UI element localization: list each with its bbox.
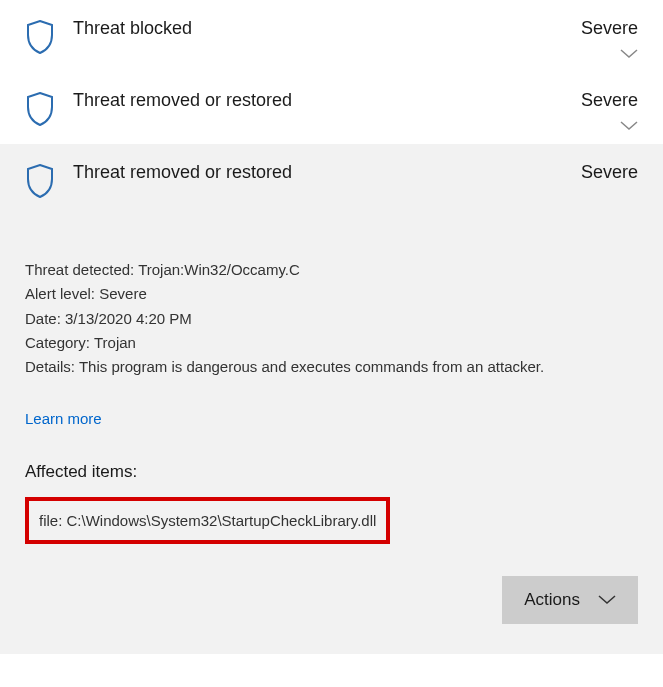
chevron-down-icon bbox=[598, 590, 616, 610]
severity-label: Severe bbox=[581, 162, 638, 183]
threat-item-expanded: Threat removed or restored Severe Threat… bbox=[0, 144, 663, 654]
details-value: This program is dangerous and executes c… bbox=[79, 358, 544, 375]
threat-title: Threat removed or restored bbox=[73, 162, 581, 183]
actions-button[interactable]: Actions bbox=[502, 576, 638, 624]
actions-button-label: Actions bbox=[524, 590, 580, 610]
severity-label: Severe bbox=[581, 90, 638, 111]
category-value: Trojan bbox=[94, 334, 136, 351]
threat-detected-label: Threat detected: bbox=[25, 261, 134, 278]
chevron-down-icon[interactable] bbox=[620, 117, 638, 134]
affected-items-heading: Affected items: bbox=[25, 459, 638, 485]
threat-title: Threat removed or restored bbox=[73, 90, 581, 111]
alert-level-value: Severe bbox=[99, 285, 147, 302]
alert-level-label: Alert level: bbox=[25, 285, 95, 302]
shield-icon bbox=[25, 164, 55, 198]
threat-item[interactable]: Threat removed or restored Severe bbox=[25, 72, 638, 144]
details-label: Details: bbox=[25, 358, 75, 375]
threat-detected-value: Trojan:Win32/Occamy.C bbox=[138, 261, 300, 278]
category-label: Category: bbox=[25, 334, 90, 351]
shield-icon bbox=[25, 20, 55, 54]
learn-more-link[interactable]: Learn more bbox=[25, 407, 102, 430]
chevron-down-icon[interactable] bbox=[620, 45, 638, 62]
threat-item[interactable]: Threat blocked Severe bbox=[25, 0, 638, 72]
affected-item: file: C:\Windows\System32\StartupCheckLi… bbox=[39, 509, 376, 532]
date-label: Date: bbox=[25, 310, 61, 327]
threat-title: Threat blocked bbox=[73, 18, 581, 39]
threat-details: Threat detected: Trojan:Win32/Occamy.C A… bbox=[25, 258, 638, 624]
severity-label: Severe bbox=[581, 18, 638, 39]
date-value: 3/13/2020 4:20 PM bbox=[65, 310, 192, 327]
affected-item-highlight: file: C:\Windows\System32\StartupCheckLi… bbox=[25, 497, 390, 544]
threat-header[interactable]: Threat removed or restored Severe bbox=[25, 162, 638, 198]
shield-icon bbox=[25, 92, 55, 126]
